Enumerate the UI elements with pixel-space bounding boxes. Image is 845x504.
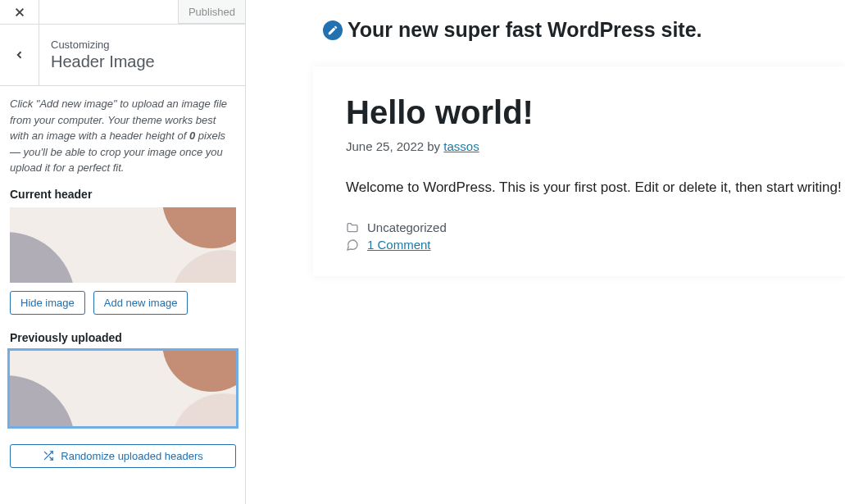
previous-header-thumbnail[interactable] xyxy=(10,351,236,426)
back-button[interactable] xyxy=(0,25,39,85)
hide-image-label: Hide image xyxy=(20,297,75,309)
section-title: Header Image xyxy=(51,52,155,71)
svg-line-2 xyxy=(45,452,48,454)
help-text: Click "Add new image" to upload an image… xyxy=(10,96,235,176)
post-by-label: by xyxy=(427,139,440,153)
edit-shortcut-button[interactable] xyxy=(323,20,343,40)
randomize-headers-label: Randomize uploaded headers xyxy=(61,450,202,462)
customizer-sidebar: Published Customizing Header Image Click… xyxy=(0,0,246,504)
site-header: Your new super fast WordPress site. xyxy=(246,0,845,66)
folder-icon xyxy=(346,221,359,234)
thumb-shape xyxy=(170,393,236,426)
publish-status-label: Published xyxy=(189,6,235,18)
post-date: June 25, 2022 xyxy=(346,139,424,153)
section-breadcrumb: Customizing xyxy=(51,39,155,51)
topbar-spacer xyxy=(39,0,178,24)
thumb-shape xyxy=(10,375,75,426)
close-button[interactable] xyxy=(0,0,39,24)
site-preview: Your new super fast WordPress site. Hell… xyxy=(246,0,845,504)
sidebar-body: Click "Add new image" to upload an image… xyxy=(0,86,245,478)
sidebar-topbar: Published xyxy=(0,0,245,25)
post-card: Hello world! June 25, 2022 by tassos Wel… xyxy=(313,66,845,276)
post-author-link[interactable]: tassos xyxy=(443,139,479,153)
comments-icon xyxy=(346,238,359,252)
post-comments-row: 1 Comment xyxy=(346,238,812,252)
post-category[interactable]: Uncategorized xyxy=(367,220,447,234)
header-buttons-row: Hide image Add new image xyxy=(10,291,235,315)
post-meta: June 25, 2022 by tassos xyxy=(346,139,812,153)
current-header-label: Current header xyxy=(10,188,235,201)
current-header-thumbnail[interactable] xyxy=(10,207,236,283)
post-title[interactable]: Hello world! xyxy=(346,94,812,131)
pencil-icon xyxy=(327,25,338,36)
randomize-headers-button[interactable]: Randomize uploaded headers xyxy=(10,444,236,468)
thumb-shape xyxy=(162,207,236,248)
add-new-image-button[interactable]: Add new image xyxy=(93,291,189,315)
shuffle-icon xyxy=(43,450,54,461)
publish-status-button[interactable]: Published xyxy=(178,0,245,24)
post-body: Welcome to WordPress. This is your first… xyxy=(346,179,812,196)
thumb-shape xyxy=(170,250,236,283)
add-new-image-label: Add new image xyxy=(104,297,178,309)
section-titles: Customizing Header Image xyxy=(39,25,166,85)
close-icon xyxy=(14,7,25,18)
section-header: Customizing Header Image xyxy=(0,25,245,86)
post-category-row: Uncategorized xyxy=(346,220,812,234)
thumb-shape xyxy=(10,232,75,283)
thumb-shape xyxy=(162,351,236,392)
hide-image-button[interactable]: Hide image xyxy=(10,291,85,315)
chevron-left-icon xyxy=(15,50,25,60)
post-comments-link[interactable]: 1 Comment xyxy=(367,238,431,252)
previously-uploaded-label: Previously uploaded xyxy=(10,331,235,344)
site-title[interactable]: Your new super fast WordPress site. xyxy=(348,18,702,42)
